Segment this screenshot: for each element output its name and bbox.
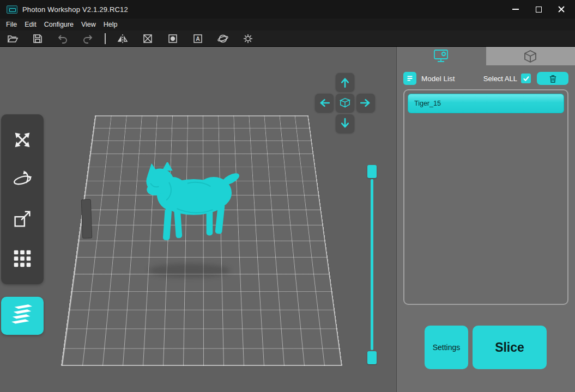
toolbar-separator bbox=[105, 33, 106, 44]
app-window: Photon Workshop V2.1.29.RC12 File Edit C… bbox=[0, 0, 575, 392]
build-plate-tab bbox=[81, 199, 93, 239]
scale-tool-button[interactable] bbox=[8, 205, 37, 233]
menu-view[interactable]: View bbox=[77, 21, 100, 28]
tab-model-settings[interactable] bbox=[397, 47, 486, 65]
save-button[interactable] bbox=[28, 32, 47, 46]
menu-help[interactable]: Help bbox=[100, 21, 122, 28]
nav-down-button[interactable] bbox=[336, 114, 354, 133]
gear-sync-icon bbox=[242, 33, 254, 45]
height-slider-top-handle[interactable] bbox=[367, 165, 377, 178]
save-icon bbox=[32, 33, 44, 45]
rotate-icon bbox=[11, 168, 34, 191]
text-tool-button[interactable]: A bbox=[189, 32, 207, 46]
layers-icon bbox=[7, 304, 38, 328]
menu-file[interactable]: File bbox=[2, 21, 21, 28]
right-panel: Model List Select ALL Tiger_15 Setting bbox=[396, 47, 575, 392]
clone-array-icon bbox=[11, 247, 34, 270]
cube-icon bbox=[337, 95, 353, 111]
redo-icon bbox=[82, 33, 94, 45]
nav-right-button[interactable] bbox=[356, 94, 375, 112]
view-nav-pad bbox=[315, 73, 375, 133]
model-list-icon bbox=[403, 72, 416, 85]
wire-cube-icon bbox=[522, 48, 538, 64]
model-list-title: Model List bbox=[421, 75, 455, 83]
document-lines-icon bbox=[405, 74, 414, 83]
arrow-down-icon bbox=[337, 115, 353, 132]
frame-dot-button[interactable] bbox=[164, 32, 182, 46]
nav-left-button[interactable] bbox=[315, 94, 334, 112]
toolbar: A bbox=[0, 30, 575, 47]
check-icon bbox=[523, 75, 530, 82]
clone-array-tool-button[interactable] bbox=[8, 244, 37, 273]
model-shadow bbox=[148, 264, 230, 278]
mirror-icon bbox=[117, 33, 129, 45]
monitor-gear-icon bbox=[433, 49, 450, 63]
redo-button[interactable] bbox=[78, 32, 97, 46]
undo-button[interactable] bbox=[53, 32, 72, 46]
minimize-icon bbox=[512, 9, 519, 10]
titlebar: Photon Workshop V2.1.29.RC12 bbox=[0, 0, 575, 19]
move-icon bbox=[11, 128, 34, 151]
scale-icon bbox=[11, 207, 34, 230]
window-title: Photon Workshop V2.1.29.RC12 bbox=[22, 5, 128, 14]
model-list-item[interactable]: Tiger_15 bbox=[408, 94, 564, 113]
text-icon: A bbox=[192, 33, 204, 45]
model-tiger[interactable] bbox=[140, 162, 246, 244]
nav-up-button[interactable] bbox=[336, 73, 354, 91]
app-logo-icon bbox=[7, 5, 17, 14]
menubar: File Edit Configure View Help bbox=[0, 19, 575, 30]
minimize-button[interactable] bbox=[511, 4, 520, 14]
arrow-left-icon bbox=[316, 95, 332, 111]
slice-button[interactable]: Slice bbox=[473, 326, 547, 369]
open-button[interactable] bbox=[3, 32, 22, 46]
panel-tabs bbox=[397, 47, 575, 65]
delete-button[interactable] bbox=[537, 72, 568, 85]
sphere-tool-button[interactable] bbox=[214, 32, 232, 46]
move-tool-button[interactable] bbox=[8, 126, 37, 154]
model-list-header: Model List Select ALL bbox=[403, 71, 568, 86]
sphere-icon bbox=[217, 33, 229, 45]
nav-home-button[interactable] bbox=[336, 94, 354, 112]
arrow-right-icon bbox=[358, 95, 374, 111]
layer-preview-button[interactable] bbox=[1, 297, 44, 335]
transform-tool-panel bbox=[1, 114, 44, 284]
mirror-button[interactable] bbox=[113, 32, 132, 46]
trash-icon bbox=[548, 74, 558, 83]
frame-x-icon bbox=[142, 33, 154, 45]
model-list: Tiger_15 bbox=[403, 89, 568, 305]
select-all-label: Select ALL bbox=[483, 75, 517, 83]
close-button[interactable] bbox=[556, 4, 566, 14]
tab-slice-preview[interactable] bbox=[486, 47, 575, 65]
menu-configure[interactable]: Configure bbox=[40, 21, 77, 28]
undo-icon bbox=[57, 33, 69, 45]
menu-edit[interactable]: Edit bbox=[21, 21, 40, 28]
height-slider-bottom-handle[interactable] bbox=[367, 351, 377, 364]
close-icon bbox=[558, 5, 565, 13]
arrow-up-icon bbox=[337, 74, 353, 90]
settings-button[interactable]: Settings bbox=[425, 326, 468, 369]
frame-x-button[interactable] bbox=[138, 32, 157, 46]
window-controls bbox=[511, 4, 568, 14]
height-slider-track[interactable] bbox=[371, 179, 373, 350]
maximize-icon bbox=[536, 7, 542, 13]
height-slider bbox=[366, 165, 378, 364]
main-area: Model List Select ALL Tiger_15 Setting bbox=[0, 47, 575, 392]
maximize-button[interactable] bbox=[534, 4, 543, 14]
gear-sync-button[interactable] bbox=[239, 32, 257, 46]
viewport-3d[interactable] bbox=[0, 47, 396, 392]
select-all-checkbox[interactable] bbox=[521, 74, 531, 83]
open-icon bbox=[7, 33, 19, 45]
frame-dot-icon bbox=[167, 33, 179, 45]
rotate-tool-button[interactable] bbox=[8, 166, 37, 194]
svg-text:A: A bbox=[196, 35, 200, 42]
